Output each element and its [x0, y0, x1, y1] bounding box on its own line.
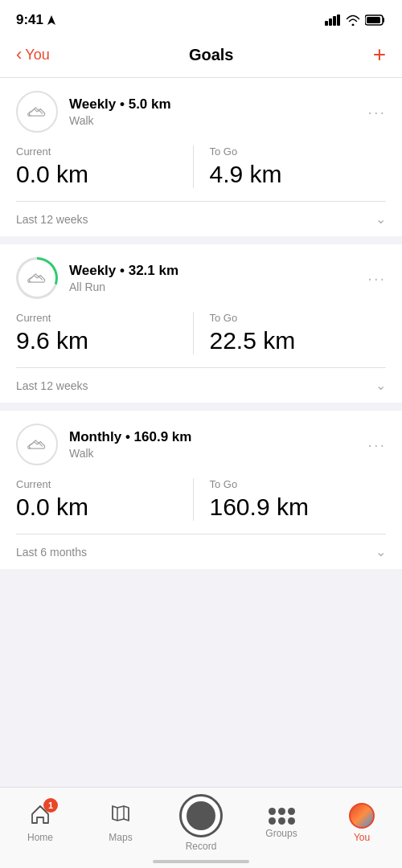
expand-icon-1: ⌄	[375, 211, 386, 227]
shoe-icon	[27, 101, 47, 122]
maps-icon	[109, 803, 132, 825]
tab-home[interactable]: 1 Home	[12, 803, 68, 843]
chevron-left-icon: ‹	[16, 44, 22, 65]
tab-you[interactable]: You	[334, 803, 390, 843]
svg-rect-0	[325, 21, 328, 26]
goal-title-3: Monthly • 160.9 km	[69, 429, 191, 445]
location-icon	[47, 14, 56, 26]
togo-stat-2: To Go 22.5 km	[193, 312, 387, 354]
groups-icon	[269, 808, 295, 825]
current-stat-1: Current 0.0 km	[16, 145, 193, 188]
svg-rect-1	[329, 18, 332, 26]
tab-groups-label: Groups	[265, 828, 297, 839]
shoe-icon-3	[27, 434, 47, 455]
goal-footer-3[interactable]: Last 6 months ⌄	[16, 534, 386, 569]
goal-type-3: Walk	[69, 447, 191, 460]
tab-groups[interactable]: Groups	[253, 808, 310, 839]
goal-stats-1: Current 0.0 km To Go 4.9 km	[16, 145, 386, 188]
togo-stat-3: To Go 160.9 km	[193, 478, 387, 521]
wifi-icon	[346, 14, 360, 26]
goal-icon-1	[16, 91, 58, 133]
goal-icon-2	[16, 257, 58, 299]
goal-card-1: Weekly • 5.0 km Walk ··· Current 0.0 km …	[0, 78, 402, 236]
svg-marker-6	[113, 806, 129, 821]
goal-icon-3	[16, 424, 58, 465]
goal-title-1: Weekly • 5.0 km	[69, 96, 171, 113]
nav-header: ‹ You Goals +	[0, 35, 402, 78]
back-label: You	[25, 47, 49, 63]
goal-card-2: Weekly • 32.1 km All Run ··· Current 9.6…	[0, 244, 402, 403]
tab-record-label: Record	[186, 841, 217, 852]
current-stat-2: Current 9.6 km	[16, 312, 193, 354]
battery-icon	[365, 14, 386, 26]
goal-header-1: Weekly • 5.0 km Walk ···	[16, 91, 386, 133]
page-title: Goals	[189, 46, 234, 64]
back-button[interactable]: ‹ You	[16, 44, 50, 65]
svg-rect-5	[367, 17, 380, 23]
expand-icon-3: ⌄	[375, 544, 386, 559]
tab-home-label: Home	[27, 832, 53, 843]
expand-icon-2: ⌄	[375, 378, 386, 393]
you-avatar	[349, 803, 375, 829]
goal-options-1[interactable]: ···	[367, 103, 386, 121]
goal-card-3: Monthly • 160.9 km Walk ··· Current 0.0 …	[0, 411, 402, 569]
signal-icon	[325, 14, 341, 26]
add-goal-button[interactable]: +	[373, 43, 386, 66]
goal-footer-2[interactable]: Last 12 weeks ⌄	[16, 367, 386, 403]
current-stat-3: Current 0.0 km	[16, 478, 193, 521]
run-shoe-icon	[27, 268, 47, 289]
tab-maps[interactable]: Maps	[92, 803, 149, 843]
status-icons	[325, 14, 386, 26]
status-time: 9:41	[16, 12, 56, 28]
goal-title-2: Weekly • 32.1 km	[69, 263, 178, 279]
tab-maps-label: Maps	[109, 832, 132, 843]
togo-stat-1: To Go 4.9 km	[193, 145, 387, 188]
svg-rect-2	[333, 16, 336, 26]
record-button[interactable]	[179, 794, 223, 837]
svg-rect-3	[337, 14, 340, 26]
tab-you-label: You	[354, 832, 370, 843]
record-button-inner	[187, 801, 215, 830]
goal-stats-3: Current 0.0 km To Go 160.9 km	[16, 478, 386, 521]
tab-bar: 1 Home Maps Record Grou	[0, 787, 402, 868]
goal-options-3[interactable]: ···	[367, 436, 386, 454]
goal-options-2[interactable]: ···	[367, 269, 386, 288]
goal-type-2: All Run	[69, 280, 178, 293]
goal-header-2: Weekly • 32.1 km All Run ···	[16, 257, 386, 299]
goals-list: Weekly • 5.0 km Walk ··· Current 0.0 km …	[0, 78, 402, 649]
status-bar: 9:41	[0, 0, 402, 35]
goal-stats-2: Current 9.6 km To Go 22.5 km	[16, 312, 386, 354]
home-badge: 1	[43, 798, 58, 813]
goal-type-1: Walk	[69, 114, 171, 127]
goal-footer-1[interactable]: Last 12 weeks ⌄	[16, 201, 386, 236]
home-bar	[153, 860, 249, 863]
tab-record[interactable]: Record	[173, 794, 229, 852]
goal-header-3: Monthly • 160.9 km Walk ···	[16, 424, 386, 465]
